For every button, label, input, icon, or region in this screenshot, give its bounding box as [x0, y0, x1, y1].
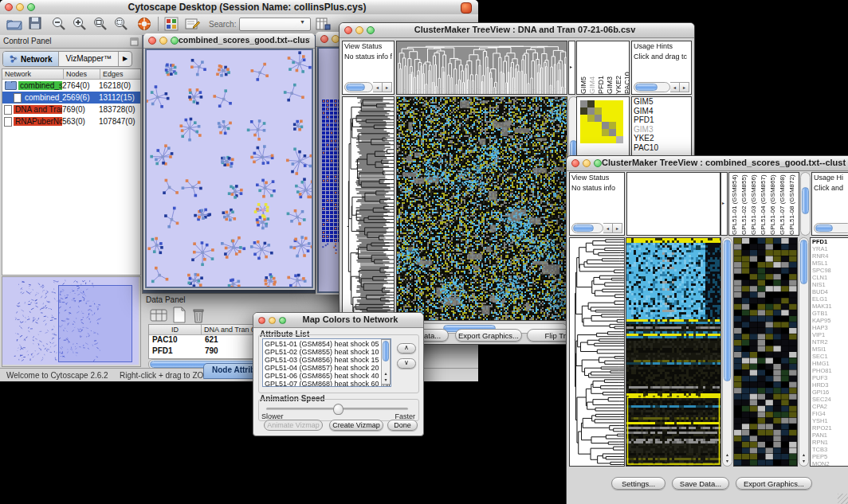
scroll-right-icon[interactable]: ▸ [383, 82, 392, 92]
settings-button[interactable]: Settings... [611, 477, 665, 490]
gene-label[interactable]: VIP1 [811, 331, 848, 338]
scroll-down-icon[interactable]: ▾ [382, 377, 390, 383]
column-label[interactable]: GPL51-02 (GSM855) [740, 174, 750, 235]
scroll-thumb[interactable] [800, 240, 807, 284]
move-down-button[interactable]: ∨ [397, 358, 416, 369]
gene-label[interactable]: YKE2 [632, 134, 691, 143]
scroll-up-icon[interactable]: ▴ [723, 451, 732, 458]
view-status-scrollbar[interactable]: ◂▸ [571, 223, 622, 233]
gene-label[interactable]: GTB1 [811, 310, 848, 317]
annotation-icon[interactable] [185, 17, 200, 31]
column-label[interactable]: GPL51-08 (GSM872) [788, 174, 798, 235]
search-dropdown-arrow-icon[interactable]: ▼ [300, 19, 305, 25]
scroll-left-icon[interactable]: ◂ [373, 82, 383, 92]
tab-vizmapper[interactable]: VizMapper™ [59, 52, 119, 66]
column-label[interactable]: GIM4 [588, 43, 596, 94]
close-icon[interactable] [258, 317, 265, 324]
help-icon[interactable] [137, 17, 151, 31]
gene-label[interactable]: MSI1 [811, 346, 848, 353]
attribute-item[interactable]: GPL51-02 (GSM855) heat shock 10 min [265, 348, 380, 356]
gene-label[interactable]: PFD1 [811, 238, 848, 245]
column-label[interactable]: PFD1 [597, 43, 605, 94]
gene-label[interactable]: PHO81 [811, 367, 848, 374]
attribute-item[interactable]: GPL51-03 (GSM856) heat shock 15 min [265, 356, 380, 364]
tv2-row-dendrogram[interactable] [569, 237, 625, 467]
gene-label[interactable]: CPA2 [811, 403, 848, 410]
column-label[interactable]: GPL51-07 (GSM868) [779, 174, 788, 235]
gene-label[interactable]: KAP95 [811, 317, 848, 324]
column-label[interactable]: YKE2 [614, 43, 622, 94]
scroll-left-icon[interactable]: ◂ [603, 223, 613, 233]
tv2-heatmap-zoom[interactable] [733, 237, 798, 467]
close-icon[interactable] [571, 159, 579, 167]
tab-overflow-arrow[interactable]: ▶ [119, 52, 132, 66]
gene-label[interactable]: MAK31 [811, 303, 848, 310]
zoom-window-icon[interactable] [171, 37, 179, 45]
attribute-list-vscroll[interactable]: ▴ ▾ [381, 339, 391, 385]
tv2-zoom-vscroll[interactable]: ▴ ▾ [799, 237, 809, 467]
gene-label[interactable]: MON2 [811, 460, 848, 467]
scroll-thumb[interactable] [815, 225, 833, 232]
network-canvas-a[interactable] [147, 50, 312, 287]
overview-canvas[interactable] [2, 277, 139, 365]
network-list-row[interactable]: RNAPuberNov2+! 563(0) 107847(0) [2, 115, 140, 127]
gene-label[interactable]: RPN1 [811, 439, 848, 446]
tv2-heatmap-global[interactable] [626, 237, 721, 467]
gene-label[interactable]: ELG1 [811, 295, 848, 303]
animate-vizmap-button[interactable]: Animate Vizmap [264, 420, 323, 431]
gene-label[interactable]: SPC98 [811, 267, 848, 274]
gene-label[interactable]: PUF3 [811, 374, 848, 381]
vizmap-icon[interactable] [164, 17, 179, 31]
neta-titlebar[interactable]: combined_scores_good.txt--cluste... [143, 33, 315, 49]
gene-label[interactable]: YRA1 [811, 245, 848, 252]
gene-label[interactable]: PFD1 [632, 115, 691, 125]
usage-hints-scrollbar[interactable]: ◂▸ [634, 82, 689, 92]
column-label[interactable]: GIM5 [579, 43, 587, 94]
create-vizmap-button[interactable]: Create Vizmap [329, 420, 383, 431]
gene-label[interactable]: BUD4 [811, 288, 848, 295]
gene-label[interactable]: GPI16 [811, 389, 848, 396]
resize-grip[interactable] [838, 494, 848, 504]
usage-hints-scrollbar[interactable] [814, 223, 848, 233]
gene-label[interactable]: YSH1 [811, 417, 848, 424]
zoom-out-icon[interactable] [51, 17, 66, 31]
scroll-thumb[interactable] [383, 341, 389, 361]
gene-label[interactable]: PEP5 [811, 453, 848, 460]
tv1-column-dendrogram[interactable] [396, 41, 567, 95]
gene-label[interactable]: GIM3 [632, 125, 691, 135]
slider-thumb[interactable] [333, 404, 344, 415]
network-list-row[interactable]: combined_scores_ 2764(0) 16218(0) [2, 80, 140, 92]
network-list-row[interactable]: combined_sco 2569(6) 13112(15) [2, 92, 140, 104]
export-graphics-button[interactable]: Export Graphics... [736, 477, 812, 490]
minimize-icon[interactable] [583, 159, 591, 167]
gene-label[interactable]: SEC1 [811, 353, 848, 360]
animation-slider[interactable] [266, 408, 408, 410]
close-icon[interactable] [344, 26, 352, 34]
network-list-row[interactable]: DNA and Tran 07 769(0) 183728(0) [2, 104, 140, 115]
zoom-in-icon[interactable] [72, 17, 87, 31]
zoom-window-icon[interactable] [367, 26, 375, 34]
attribute-item[interactable]: GPL51-01 (GSM854) heat shock 05 min [265, 340, 380, 348]
column-label[interactable]: PAC10 [623, 43, 630, 94]
save-session-icon[interactable] [29, 17, 42, 30]
tv1-splitter[interactable]: ▸ [568, 41, 575, 95]
gene-label[interactable]: HRD3 [811, 381, 848, 389]
zoom-fit-icon[interactable] [92, 17, 108, 31]
network-overview-panel[interactable] [2, 276, 141, 367]
import-table-icon[interactable] [316, 17, 331, 31]
gene-label[interactable]: NTR2 [811, 338, 848, 346]
gene-label[interactable]: RPO21 [811, 424, 848, 432]
delete-attribute-icon[interactable] [191, 307, 206, 323]
scroll-right-icon[interactable]: ▸ [680, 82, 689, 92]
gene-label[interactable]: TCB3 [811, 446, 848, 453]
attribute-item[interactable]: GPL51-07 (GSM868) heat shock 60 min [265, 380, 380, 387]
save-data-button[interactable]: Save Data... [672, 477, 729, 490]
column-label[interactable]: GPL51-06 (GSM865) [769, 174, 779, 235]
attribute-list[interactable]: GPL51-01 (GSM854) heat shock 05 minGPL51… [262, 338, 391, 387]
column-label[interactable]: GPL51-04 (GSM857) [760, 174, 769, 235]
gene-label[interactable]: FIG4 [811, 410, 848, 417]
scroll-up-icon[interactable]: ▴ [382, 370, 390, 377]
tv2-titlebar[interactable]: ClusterMaker TreeView : combined_scores_… [567, 156, 848, 171]
column-label[interactable]: GPL51-03 (GSM856) [750, 174, 760, 235]
attribute-item[interactable]: GPL51-04 (GSM857) heat shock 20 min [265, 364, 380, 372]
